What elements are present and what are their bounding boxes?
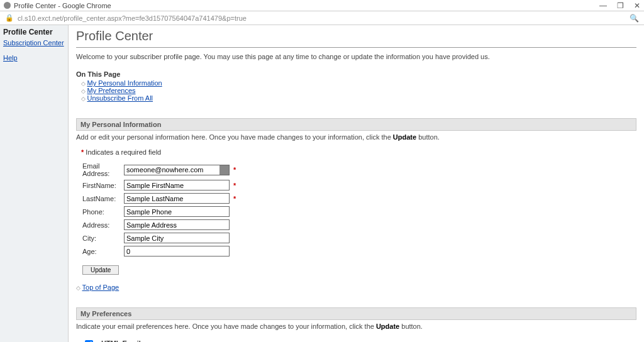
label-first: FirstName: — [76, 182, 124, 189]
sidebar: Profile Center Subscription Center Help — [0, 25, 68, 342]
required-indicator: * — [233, 182, 236, 189]
main-content: Profile Center Welcome to your subscribe… — [68, 25, 644, 342]
close-button[interactable]: ✕ — [634, 1, 640, 10]
section-personal-desc: Add or edit your personal information he… — [76, 133, 636, 141]
window-titlebar: Profile Center - Google Chrome — ❐ ✕ — [0, 0, 644, 11]
lastname-field[interactable] — [124, 193, 230, 204]
intro-text: Welcome to your subscriber profile page.… — [76, 53, 636, 60]
city-field[interactable] — [124, 233, 230, 243]
dropdown-icon[interactable] — [219, 165, 229, 175]
anchor-personal[interactable]: My Personal Information — [87, 79, 162, 87]
pref-list: HTML Emails When possible, send e-mail n… — [76, 336, 636, 342]
asterisk-icon: * — [81, 148, 84, 156]
pref-item-html: HTML Emails When possible, send e-mail n… — [76, 336, 636, 342]
address-bar[interactable]: 🔒 cl.s10.exct.net/profile_center.aspx?me… — [0, 11, 644, 25]
search-icon[interactable]: 🔍 — [630, 14, 639, 23]
sidebar-title: Profile Center — [3, 28, 65, 36]
pref-title: HTML Emails — [101, 339, 612, 342]
on-this-page: On This Page My Personal Information My … — [76, 70, 636, 102]
sidebar-link-help[interactable]: Help — [3, 54, 65, 62]
address-field[interactable] — [124, 219, 230, 230]
update-button[interactable] — [82, 265, 119, 275]
section-prefs-header: My Preferences — [76, 307, 636, 320]
title-divider — [76, 47, 636, 48]
top-of-page-link-wrap: Top of Page — [76, 284, 636, 291]
age-field[interactable] — [124, 246, 230, 256]
top-of-page-link[interactable]: Top of Page — [82, 284, 119, 291]
page-title: Profile Center — [76, 29, 636, 43]
minimize-button[interactable]: — — [599, 1, 607, 10]
sidebar-link-subscription[interactable]: Subscription Center — [3, 39, 65, 47]
section-personal-header: My Personal Information — [76, 118, 636, 131]
maximize-button[interactable]: ❐ — [617, 1, 624, 10]
label-address: Address: — [76, 221, 124, 229]
url-text: cl.s10.exct.net/profile_center.aspx?me=f… — [18, 14, 630, 22]
onthis-label: On This Page — [76, 70, 120, 78]
anchor-preferences[interactable]: My Preferences — [87, 87, 136, 94]
required-indicator: * — [233, 166, 236, 174]
label-city: City: — [76, 234, 124, 242]
anchor-unsubscribe[interactable]: Unsubscribe From All — [87, 94, 153, 102]
label-email: Email Address: — [76, 162, 124, 177]
label-age: Age: — [76, 248, 124, 255]
phone-field[interactable] — [124, 206, 230, 217]
label-phone: Phone: — [76, 208, 124, 216]
label-last: LastName: — [76, 195, 124, 202]
email-field[interactable] — [124, 165, 230, 175]
lock-icon: 🔒 — [5, 14, 14, 22]
globe-icon — [4, 2, 11, 9]
window-title: Profile Center - Google Chrome — [14, 2, 111, 9]
section-prefs-desc: Indicate your email preferences here. On… — [76, 323, 636, 330]
required-indicator: * — [233, 195, 236, 202]
required-note: * Indicates a required field — [81, 148, 636, 156]
firstname-field[interactable] — [124, 180, 230, 190]
